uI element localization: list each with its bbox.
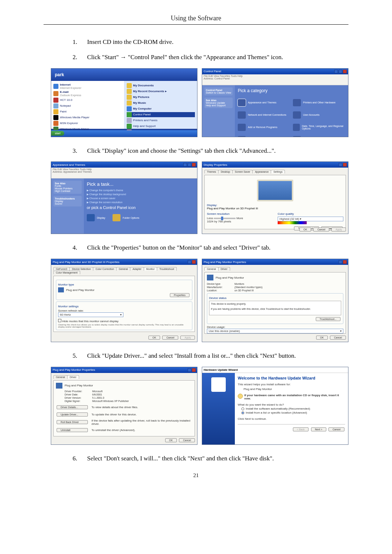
ok-button[interactable]: OK	[299, 227, 311, 231]
update-driver-button[interactable]: Update Driver...	[57, 413, 88, 416]
cancel-button[interactable]: Cancel	[179, 438, 195, 442]
sm-help[interactable]: Help and Support	[127, 124, 195, 129]
tab-general[interactable]: General	[204, 267, 219, 271]
color-select[interactable]: Highest (32 bit) ▾	[278, 217, 343, 221]
tab-monitor[interactable]: Monitor	[144, 267, 157, 271]
cancel-button[interactable]: Cancel	[313, 227, 329, 231]
sm-my-music[interactable]: My Music	[127, 100, 195, 106]
sm-app-msn[interactable]: MSN Explorer	[53, 121, 122, 126]
cat-sounds[interactable]: Sounds, Speech, and Audio Devices	[238, 136, 290, 137]
cancel-button[interactable]: Cancel	[328, 427, 344, 431]
tab-troubleshoot2[interactable]: Troubleshoot	[157, 267, 177, 271]
dialog-title: Display Properties	[204, 163, 227, 167]
switch-classic-link[interactable]: Switch to Classic View	[206, 91, 231, 94]
help-icon[interactable]	[339, 163, 342, 167]
figure-appearance-themes: Appearance and Themes File Edit View Fav…	[51, 161, 197, 234]
sm-app-notepad[interactable]: Notepad	[53, 103, 122, 108]
step-3: 3. Click "Display" icon and choose the "…	[73, 147, 348, 155]
user-name: park	[55, 72, 64, 77]
close-icon[interactable]	[343, 163, 347, 167]
figure-control-panel: Control Panel File Edit View Favorites T…	[202, 68, 348, 137]
cat-appearance[interactable]: Appearance and Themes	[238, 99, 290, 106]
cp-icon-display[interactable]: Display	[87, 214, 105, 221]
uninstall-button[interactable]: Uninstall	[57, 428, 88, 432]
radio-list[interactable]: Install from a list or specific location…	[241, 411, 345, 414]
pick-category-title: Pick a category	[238, 88, 345, 93]
help-icon[interactable]	[188, 260, 191, 264]
ok-button[interactable]: OK	[316, 336, 328, 340]
cat-network[interactable]: Network and Internet Connections	[238, 111, 290, 119]
tab-appearance[interactable]: Appearance	[252, 170, 271, 173]
tab-desktop[interactable]: Desktop	[218, 170, 233, 173]
close-icon[interactable]	[192, 368, 196, 372]
task-theme[interactable]: ▶ Change the computer's theme	[87, 189, 194, 192]
hide-modes-checkbox[interactable]	[58, 319, 61, 322]
tab-driver[interactable]: Driver	[67, 375, 79, 379]
figure-display-properties: Display Properties Themes Desktop Screen…	[202, 161, 348, 234]
step-5: 5. Click "Update Driver..." and select "…	[73, 352, 348, 360]
sm-control-panel[interactable]: Control Panel	[127, 112, 195, 117]
sm-printers[interactable]: Printers and Faxes	[127, 118, 195, 123]
resolution-slider[interactable]	[214, 218, 236, 219]
cd-icon	[238, 394, 243, 399]
cat-accessibility[interactable]: Accessibility Options	[293, 136, 345, 137]
minimize-icon[interactable]	[334, 70, 338, 73]
cat-users[interactable]: User Accounts	[293, 111, 345, 119]
tab-geforce3[interactable]: GeForce3	[53, 267, 70, 271]
sm-app-hct[interactable]: HCT 10.0	[53, 98, 122, 103]
cat-datetime[interactable]: Date, Time, Language, and Regional Optio…	[293, 124, 345, 131]
step-1: 1. Insert CD into the CD-ROM drive.	[73, 38, 348, 46]
rollback-button[interactable]: Roll Back Driver	[57, 420, 88, 424]
sm-my-computer[interactable]: My Computer	[127, 106, 195, 111]
help-icon[interactable]	[188, 368, 191, 372]
cancel-button[interactable]: Cancel	[330, 336, 346, 340]
properties-button[interactable]: Properties	[170, 293, 189, 297]
minimize-icon[interactable]	[183, 163, 187, 167]
sm-my-pictures[interactable]: My Pictures	[127, 95, 195, 100]
cat-addremove[interactable]: Add or Remove Programs	[238, 124, 290, 131]
maximize-icon[interactable]	[339, 70, 342, 73]
sm-app-paint[interactable]: Paint	[53, 109, 122, 114]
maximize-icon[interactable]	[188, 163, 191, 167]
or-pick-icon: or pick a Control Panel icon	[87, 205, 194, 210]
figure-monitor-general: Plug and Play Monitor Properties General…	[202, 259, 348, 342]
driver-details-button[interactable]: Driver Details...	[57, 405, 88, 409]
cp-icon-folder[interactable]: Folder Options	[113, 214, 139, 221]
tab-colorcorr[interactable]: Color Correction	[93, 267, 117, 271]
tab-colormgmt[interactable]: Color Management	[53, 271, 80, 274]
cancel-button[interactable]: Cancel	[162, 336, 178, 340]
refresh-select[interactable]: 60 Hertz ▾	[58, 312, 123, 317]
tab-general2[interactable]: General	[116, 267, 130, 271]
next-button[interactable]: Next >	[311, 427, 326, 431]
troubleshoot-button[interactable]: Troubleshoot...	[316, 317, 340, 321]
tab-adapter[interactable]: Adapter	[130, 267, 144, 271]
close-icon[interactable]	[192, 163, 196, 167]
tab-driver[interactable]: Driver	[218, 267, 230, 271]
task-background[interactable]: ▶ Change the desktop background	[87, 193, 194, 196]
close-icon[interactable]	[343, 70, 347, 73]
tab-devicesel[interactable]: Device Selection	[69, 267, 93, 271]
close-icon[interactable]	[343, 260, 347, 264]
cat-printers[interactable]: Printers and Other Hardware	[293, 99, 345, 106]
ok-button[interactable]: OK	[165, 438, 177, 442]
page-number: 21	[44, 472, 348, 479]
sm-my-documents[interactable]: My Documents	[127, 83, 195, 88]
task-screensaver[interactable]: ▶ Choose a screen saver	[87, 197, 194, 200]
sm-app-internet[interactable]: InternetInternet Explorer	[53, 83, 122, 90]
help-icon[interactable]	[339, 260, 342, 264]
figure-3dprophet-props: Plug and Play Monitor and 3D Prophet III…	[51, 259, 197, 342]
sm-recent-docs[interactable]: My Recent Documents ▸	[127, 89, 195, 94]
sm-app-wmp[interactable]: Windows Media Player	[53, 115, 122, 120]
close-icon[interactable]	[192, 260, 196, 264]
tab-general[interactable]: General	[53, 375, 68, 379]
task-resolution[interactable]: ▶ Change the screen resolution	[87, 201, 194, 204]
radio-auto[interactable]: Install the software automatically (Reco…	[241, 407, 345, 410]
start-button[interactable]: start	[51, 131, 64, 136]
device-usage-select[interactable]: Use this device (enable) ▾	[207, 329, 343, 333]
tab-settings[interactable]: Settings	[271, 170, 285, 173]
tab-screensaver[interactable]: Screen Saver	[232, 170, 253, 173]
sm-app-email[interactable]: E-mailOutlook Express	[53, 90, 122, 97]
wizard-graphic	[211, 377, 226, 392]
tab-themes[interactable]: Themes	[204, 170, 219, 173]
ok-button[interactable]: OK	[148, 336, 160, 340]
